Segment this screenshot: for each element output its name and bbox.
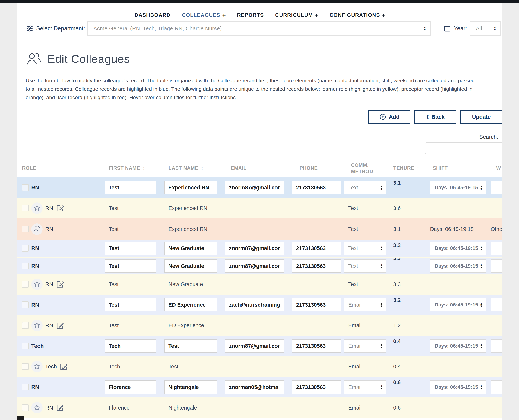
weekend-select[interactable]: ▲▼	[491, 339, 502, 352]
comm-method-select[interactable]: Email▲▼	[344, 339, 386, 352]
star-icon[interactable]	[31, 320, 43, 331]
first-name-input[interactable]	[105, 381, 156, 394]
last-name-input[interactable]	[165, 381, 217, 394]
email-input[interactable]	[225, 339, 284, 352]
content-card: DASHBOARD COLLEAGUES + REPORTS CURRICULU…	[17, 3, 502, 420]
shift-select[interactable]: Days: 06:45-19:15▲▼	[430, 259, 486, 273]
search-label: Search:	[17, 134, 498, 140]
tenure-value: 0.6	[393, 405, 401, 411]
weekend-select[interactable]: ▲▼	[491, 381, 502, 394]
nav-item-configurations[interactable]: CONFIGURATIONS +	[330, 12, 385, 18]
sort-icon[interactable]: ▲▼	[417, 166, 419, 170]
row-checkbox[interactable]	[22, 343, 29, 349]
update-button[interactable]: Update	[460, 110, 502, 124]
row-checkbox[interactable]	[22, 322, 29, 329]
star-icon[interactable]	[31, 278, 43, 290]
nav-label: CURRICULUM	[275, 12, 313, 18]
column-header-last-name[interactable]: LAST NAME ▲▼	[165, 165, 225, 171]
back-button[interactable]: ‹ Back	[414, 110, 456, 124]
shift-select[interactable]: Days: 06:45-19:15▲▼	[430, 381, 486, 394]
nav-label: REPORTS	[237, 12, 264, 18]
shift-select[interactable]: Days: 06:45-19:15▲▼	[430, 181, 486, 194]
colleagues-people-icon	[26, 52, 42, 66]
add-button-label: Add	[389, 114, 399, 120]
chevron-up-down-icon: ▲▼	[380, 185, 383, 190]
last-name-input[interactable]	[165, 339, 217, 352]
shift-select[interactable]: Days: 06:45-19:15▲▼	[430, 298, 486, 311]
last-name-input[interactable]	[165, 259, 217, 273]
row-checkbox[interactable]	[22, 301, 29, 308]
last-name-input[interactable]	[165, 298, 217, 311]
comm-method-text: Email	[344, 322, 362, 329]
email-input[interactable]	[225, 242, 284, 255]
row-checkbox[interactable]	[22, 263, 29, 269]
email-input[interactable]	[225, 181, 284, 194]
row-checkbox[interactable]	[22, 226, 29, 232]
email-input[interactable]	[225, 298, 284, 311]
search-input[interactable]	[425, 142, 502, 154]
row-checkbox[interactable]	[22, 205, 29, 211]
comm-method-select[interactable]: Email▲▼	[344, 298, 386, 311]
star-icon[interactable]	[31, 402, 43, 413]
department-selected-value: Acme General (RN, Tech, Triage RN, Charg…	[93, 25, 421, 32]
last-name-input[interactable]	[165, 181, 217, 194]
email-input[interactable]	[225, 381, 284, 394]
last-name-input[interactable]	[165, 242, 217, 255]
department-select[interactable]: Acme General (RN, Tech, Triage RN, Charg…	[88, 21, 431, 36]
tenure-value: 3.3	[393, 281, 401, 287]
row-checkbox[interactable]	[22, 384, 29, 390]
phone-input[interactable]	[292, 181, 341, 194]
row-checkbox[interactable]	[22, 404, 29, 411]
nav-item-dashboard[interactable]: DASHBOARD	[135, 12, 171, 18]
edit-icon[interactable]	[59, 362, 68, 371]
edit-icon[interactable]	[56, 403, 65, 412]
row-checkbox[interactable]	[22, 184, 29, 191]
edit-icon[interactable]	[56, 204, 65, 213]
column-header-first-name[interactable]: FIRST NAME ▲▼	[105, 165, 165, 171]
table-row-colleague: RNEmail▲▼3.2Days: 06:45-19:15▲▼▲▼	[17, 294, 502, 315]
shift-select[interactable]: Days: 06:45-19:15▲▼	[430, 242, 486, 255]
row-checkbox[interactable]	[22, 281, 29, 287]
first-name-text: Florence	[105, 405, 129, 411]
weekend-select[interactable]: ▲▼	[491, 259, 502, 273]
comm-method-select[interactable]: Text▲▼	[344, 259, 386, 273]
star-icon[interactable]	[31, 361, 43, 372]
first-name-input[interactable]	[105, 259, 156, 273]
row-checkbox[interactable]	[22, 363, 29, 370]
nav-item-curriculum[interactable]: CURRICULUM +	[275, 12, 318, 18]
phone-input[interactable]	[292, 242, 341, 255]
nav-item-reports[interactable]: REPORTS	[237, 12, 264, 18]
weekend-select[interactable]: ▲▼	[491, 242, 502, 255]
tenure-value: 1.2	[393, 322, 401, 329]
edit-icon[interactable]	[56, 321, 65, 330]
first-name-input[interactable]	[105, 339, 156, 352]
shift-select-value: Days: 06:45-19:15	[435, 384, 478, 390]
year-select[interactable]: All ▲▼	[470, 21, 501, 36]
weekend-select[interactable]: ▲▼	[491, 298, 502, 311]
add-button[interactable]: Add	[369, 110, 410, 124]
year-selected-value: All	[476, 25, 491, 32]
phone-input[interactable]	[292, 339, 341, 352]
weekend-select[interactable]: ▲▼	[491, 181, 502, 194]
first-name-input[interactable]	[105, 181, 156, 194]
top-navigation: DASHBOARD COLLEAGUES + REPORTS CURRICULU…	[17, 3, 502, 18]
comm-method-select[interactable]: Text▲▼	[344, 181, 386, 194]
sort-icon[interactable]: ▲▼	[143, 166, 145, 170]
row-checkbox[interactable]	[22, 245, 29, 252]
shift-select[interactable]: Days: 06:45-19:15▲▼	[430, 339, 486, 352]
first-name-input[interactable]	[105, 242, 156, 255]
column-header-tenure[interactable]: TENURE ▲▼	[393, 165, 425, 171]
comm-method-select[interactable]: Text▲▼	[344, 242, 386, 255]
star-icon[interactable]	[31, 202, 43, 214]
page-title: Edit Colleagues	[47, 52, 130, 65]
edit-icon[interactable]	[56, 280, 65, 289]
comm-method-select[interactable]: Email▲▼	[344, 381, 386, 394]
sort-icon[interactable]: ▲▼	[201, 166, 203, 170]
email-input[interactable]	[225, 259, 284, 273]
nav-item-colleagues[interactable]: COLLEAGUES +	[182, 12, 226, 18]
phone-input[interactable]	[292, 259, 341, 273]
first-name-input[interactable]	[105, 298, 156, 311]
phone-input[interactable]	[292, 298, 341, 311]
phone-input[interactable]	[292, 381, 341, 394]
shift-select-value: Days: 06:45-19:15	[435, 245, 478, 251]
